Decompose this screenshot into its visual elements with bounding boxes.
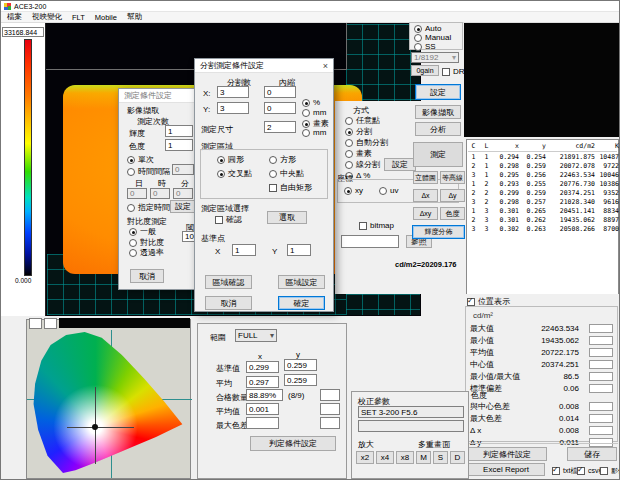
contour-button[interactable]: 等高線 bbox=[440, 171, 465, 184]
close-icon[interactable]: × bbox=[323, 61, 328, 71]
stat-aux-box[interactable] bbox=[589, 414, 613, 423]
stat-aux-box[interactable] bbox=[589, 324, 613, 333]
txt-checkbox[interactable]: txt檔 bbox=[552, 466, 577, 476]
split-dialog-titlebar[interactable]: 分割測定條件設定 × bbox=[195, 59, 333, 73]
average-x-field[interactable]: 0.297 bbox=[246, 376, 279, 388]
dr-checkbox[interactable]: DR bbox=[442, 67, 465, 76]
base-x-field[interactable]: 1 bbox=[232, 244, 256, 256]
normal-radio[interactable]: 一般 bbox=[129, 226, 156, 237]
y-inset-field[interactable]: 0 bbox=[264, 102, 296, 114]
capture-button[interactable]: 影像擷取 bbox=[415, 105, 461, 119]
area-set-button[interactable]: 區域設定 bbox=[278, 275, 325, 289]
mode-radio-自動分割[interactable]: 自動分割 bbox=[345, 138, 388, 147]
bitmap-checkbox[interactable]: bitmap bbox=[359, 221, 394, 230]
mm-radio[interactable]: mm bbox=[302, 108, 326, 117]
zoom-button-x8[interactable]: x8 bbox=[396, 451, 414, 464]
table-row[interactable]: 120.2930.25520776.73010386 bbox=[468, 180, 617, 189]
exposure-ss-radio[interactable]: SS bbox=[414, 42, 436, 51]
time-set-button[interactable]: 設定 bbox=[170, 200, 196, 213]
stat-aux-box[interactable] bbox=[589, 426, 613, 435]
calibration-preset-field[interactable]: SET 3-200 F5.6 bbox=[358, 406, 464, 418]
analyze-button[interactable]: 分析 bbox=[415, 122, 461, 136]
multi-button-S[interactable]: S bbox=[433, 451, 448, 464]
single-radio[interactable]: 單次 bbox=[127, 154, 154, 165]
menu-item[interactable]: 幫助 bbox=[127, 12, 142, 22]
timed-radio[interactable]: 指定時間 bbox=[127, 202, 170, 213]
stat-aux-box[interactable] bbox=[589, 384, 613, 393]
judge-condition-button[interactable]: 判定條件設定 bbox=[467, 447, 547, 461]
excel-report-button[interactable]: Excel Report bbox=[467, 463, 545, 476]
menu-item[interactable]: 檔案 bbox=[7, 12, 22, 22]
stat-aux-box[interactable] bbox=[589, 372, 613, 381]
zoom-button-x4[interactable]: x4 bbox=[376, 451, 394, 464]
save-button[interactable]: 儲存 bbox=[567, 447, 617, 461]
circle-radio[interactable]: 圓形 bbox=[217, 154, 244, 165]
table-row[interactable]: 230.3010.26219435.0628897 bbox=[468, 216, 617, 225]
y-div-field[interactable]: 3 bbox=[217, 102, 249, 114]
base-y-field[interactable]: 1 bbox=[287, 244, 311, 256]
multi-button-D[interactable]: D bbox=[450, 451, 465, 464]
menu-item[interactable]: 視映變化 bbox=[32, 12, 62, 22]
table-row[interactable]: 210.2980.25920072.0789722 bbox=[468, 162, 617, 171]
split-dialog-cancel-button[interactable]: 取消 bbox=[205, 296, 252, 310]
center-radio[interactable]: 中央點 bbox=[269, 168, 304, 179]
mode-set-button[interactable]: 設定 bbox=[384, 158, 416, 171]
stat-aux-box[interactable] bbox=[589, 348, 613, 357]
pick-button[interactable]: 選取 bbox=[267, 211, 307, 224]
delta-xy-button[interactable]: Δxy bbox=[413, 207, 438, 220]
stat-aux-box[interactable] bbox=[589, 336, 613, 345]
confirm-checkbox[interactable]: 確認 bbox=[215, 214, 242, 225]
bitmap-path-field[interactable] bbox=[341, 235, 399, 248]
luminance-distribution-button[interactable]: 輝度分佈 bbox=[412, 225, 465, 239]
stat-aux-box[interactable] bbox=[589, 438, 613, 447]
square-radio[interactable]: 方形 bbox=[269, 154, 296, 165]
free-rect-checkbox[interactable]: 自由矩形 bbox=[269, 182, 312, 193]
multi-button-M[interactable]: M bbox=[416, 451, 431, 464]
cross-radio[interactable]: 交叉點 bbox=[217, 168, 252, 179]
chroma-count-field[interactable]: 1 bbox=[165, 139, 193, 151]
mode-radio-畫素[interactable]: 畫素 bbox=[345, 149, 388, 158]
table-row[interactable]: 110.2940.25421891.87510487 bbox=[468, 153, 617, 162]
delta-x-button[interactable]: Δx bbox=[413, 189, 438, 202]
menu-item[interactable]: Mobile bbox=[95, 13, 117, 22]
lum-count-field[interactable]: 1 bbox=[165, 125, 193, 137]
table-row[interactable]: 330.3020.26320508.2668700 bbox=[468, 225, 617, 234]
exposure-manual-radio[interactable]: Manual bbox=[414, 33, 451, 42]
table-row[interactable]: 310.2950.25622463.53410046 bbox=[468, 171, 617, 180]
shutter-dropdown[interactable]: 1/8192▾ bbox=[411, 52, 459, 63]
reference-y-field[interactable]: 0.259 bbox=[284, 359, 317, 371]
coord-xy-radio[interactable]: xy bbox=[344, 186, 363, 195]
zero-gain-button[interactable]: 0gain bbox=[411, 65, 439, 76]
stat-aux-box[interactable] bbox=[589, 402, 613, 411]
mode-radio-分割[interactable]: 分割 bbox=[345, 127, 388, 136]
table-row[interactable]: 320.2980.25721028.3409616 bbox=[468, 198, 617, 207]
interval-radio[interactable]: 時間間隔 bbox=[127, 166, 170, 177]
x-div-field[interactable]: 3 bbox=[217, 86, 249, 98]
table-row[interactable]: 130.3010.26520451.1418834 bbox=[468, 207, 617, 216]
average-y-field[interactable]: 0.259 bbox=[284, 374, 317, 386]
size-field[interactable]: 2 bbox=[264, 121, 296, 133]
measure-dialog-cancel-button[interactable]: 取消 bbox=[130, 269, 164, 283]
solid-graph-button[interactable]: 立體圖 bbox=[413, 171, 438, 184]
area-confirm-button[interactable]: 區域確認 bbox=[205, 275, 252, 289]
judge-condition-button-mid[interactable]: 判定條件設定 bbox=[250, 436, 336, 451]
delta-y-button[interactable]: Δy bbox=[440, 189, 465, 202]
transmit-radio[interactable]: 透過率 bbox=[129, 247, 164, 258]
stat-aux-box[interactable] bbox=[589, 360, 613, 369]
mode-radio-線分割[interactable]: 線分割 bbox=[345, 160, 388, 169]
cie-horseshoe-diagram[interactable] bbox=[32, 332, 187, 476]
set-button[interactable]: 設定 bbox=[415, 84, 461, 100]
table-row[interactable]: 220.2990.25920374.2519352 bbox=[468, 189, 617, 198]
mode-radio-任意點[interactable]: 任意點 bbox=[345, 116, 388, 125]
reference-x-field[interactable]: 0.299 bbox=[246, 361, 279, 373]
percent-radio[interactable]: % bbox=[302, 98, 320, 107]
exposure-auto-radio[interactable]: Auto bbox=[414, 24, 441, 33]
cie-cell-1[interactable] bbox=[29, 318, 42, 329]
cie-cell-2[interactable] bbox=[44, 318, 57, 329]
coord-uv-radio[interactable]: uv bbox=[379, 186, 398, 195]
split-dialog-ok-button[interactable]: 確定 bbox=[278, 296, 325, 310]
mm2-radio[interactable]: mm bbox=[302, 128, 326, 137]
color-button[interactable]: 色度 bbox=[440, 207, 465, 220]
menu-item[interactable]: FLT bbox=[72, 13, 85, 22]
measure-button[interactable]: 測定 bbox=[413, 142, 463, 167]
